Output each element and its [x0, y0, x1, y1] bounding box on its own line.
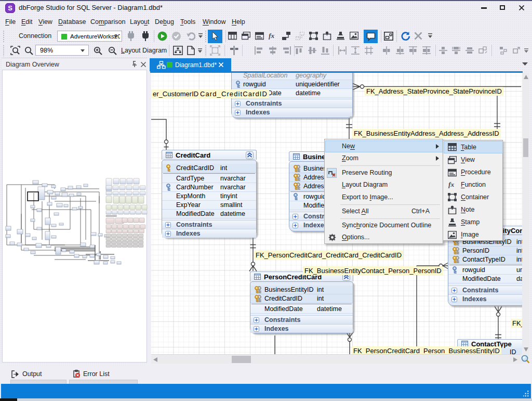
svg-text:S: S [8, 4, 12, 12]
